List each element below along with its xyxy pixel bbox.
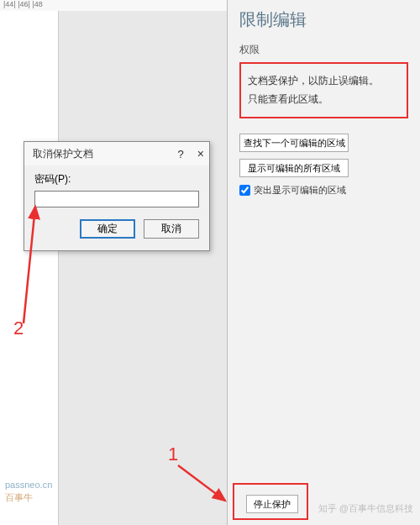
help-icon[interactable]: ? (178, 148, 184, 160)
show-all-regions-button[interactable]: 显示可编辑的所有区域 (239, 159, 349, 177)
stop-protection-highlight: 停止保护 (233, 483, 308, 520)
highlight-regions-checkbox[interactable] (239, 185, 250, 196)
dialog-body: 密码(P): 确定 取消 (24, 165, 209, 250)
stop-protection-button[interactable]: 停止保护 (246, 495, 298, 513)
highlight-regions-label: 突出显示可编辑的区域 (254, 184, 346, 197)
dialog-title-text: 取消保护文档 (33, 147, 93, 161)
ok-button[interactable]: 确定 (80, 219, 135, 239)
protection-info-line2: 只能查看此区域。 (248, 91, 400, 109)
unprotect-dialog: 取消保护文档 ? × 密码(P): 确定 取消 (24, 141, 210, 251)
document-page (0, 11, 59, 525)
cancel-button[interactable]: 取消 (144, 219, 199, 239)
document-area (0, 11, 227, 525)
ruler: |44| |46| |48 (0, 0, 227, 11)
highlight-regions-row[interactable]: 突出显示可编辑的区域 (239, 184, 408, 197)
find-next-region-button[interactable]: 查找下一个可编辑的区域 (239, 134, 349, 152)
password-input[interactable] (34, 191, 199, 207)
close-icon[interactable]: × (197, 147, 204, 160)
pane-title: 限制编辑 (239, 8, 408, 31)
restrict-editing-pane: 限制编辑 权限 文档受保护，以防止误编辑。 只能查看此区域。 查找下一个可编辑的… (228, 0, 420, 525)
dialog-titlebar: 取消保护文档 ? × (24, 142, 209, 165)
pane-subtitle: 权限 (239, 43, 408, 57)
password-label: 密码(P): (34, 172, 199, 186)
protection-info-line1: 文档受保护，以防止误编辑。 (248, 72, 400, 91)
protection-info-box: 文档受保护，以防止误编辑。 只能查看此区域。 (239, 62, 408, 118)
